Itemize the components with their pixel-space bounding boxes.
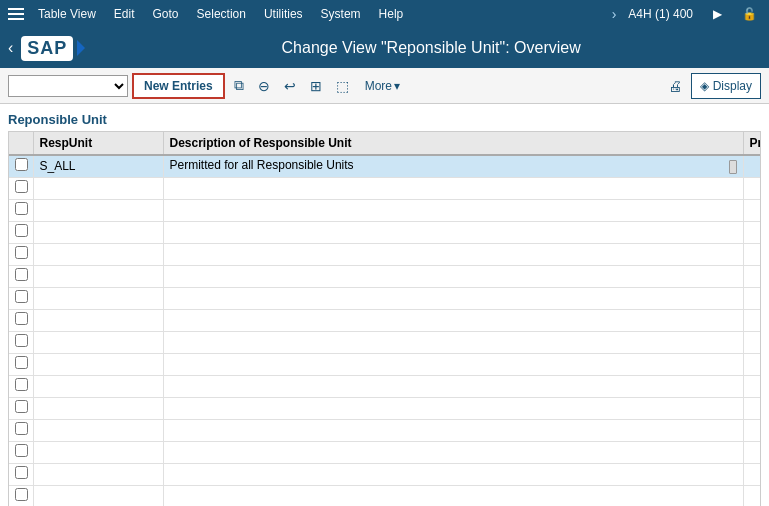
row-checkbox[interactable] [15,422,28,435]
row-checkbox[interactable] [15,466,28,479]
table-row[interactable] [9,221,761,243]
back-button[interactable]: ‹ [8,39,13,57]
table-row[interactable] [9,375,761,397]
row-checkbox[interactable] [15,158,28,171]
table-row[interactable] [9,397,761,419]
row-checkbox[interactable] [15,400,28,413]
row-respunit [33,419,163,441]
row-description [163,265,743,287]
system-id: A4H (1) 400 [620,5,701,23]
row-pro [743,177,761,199]
menu-help[interactable]: Help [371,5,412,23]
table-row[interactable] [9,331,761,353]
table-row[interactable] [9,199,761,221]
row-pro [743,397,761,419]
display-label: Display [713,79,752,93]
row-checkbox-cell [9,331,33,353]
row-checkbox-cell [9,485,33,506]
col-header-description: Description of Responsible Unit [163,132,743,155]
lock-icon[interactable]: 🔓 [734,5,765,23]
row-checkbox[interactable] [15,356,28,369]
row-pro [743,353,761,375]
table-row[interactable] [9,441,761,463]
menu-edit[interactable]: Edit [106,5,143,23]
display-icon: ◈ [700,79,709,93]
row-checkbox-cell [9,265,33,287]
menu-table-view[interactable]: Table View [30,5,104,23]
row-checkbox[interactable] [15,334,28,347]
row-respunit [33,375,163,397]
row-pro [743,485,761,506]
row-description [163,375,743,397]
record-btn[interactable]: ▶ [705,5,730,23]
table-row[interactable] [9,419,761,441]
table-row[interactable] [9,287,761,309]
row-description [163,485,743,506]
row-respunit [33,221,163,243]
display-button[interactable]: ◈ Display [691,73,761,99]
table-row[interactable] [9,309,761,331]
menu-utilities[interactable]: Utilities [256,5,311,23]
row-pro [743,419,761,441]
table-row[interactable] [9,177,761,199]
print-button[interactable]: 🖨 [663,73,687,99]
data-table: RespUnit Description of Responsible Unit… [9,132,761,506]
row-checkbox-cell [9,463,33,485]
table-container[interactable]: RespUnit Description of Responsible Unit… [8,131,761,506]
content-area: Reponsible Unit RespUnit Description of … [0,104,769,506]
row-checkbox[interactable] [15,180,28,193]
col-header-respunit: RespUnit [33,132,163,155]
table-row[interactable] [9,463,761,485]
row-checkbox[interactable] [15,444,28,457]
table-row[interactable]: S_ALLPermitted for all Responsible Units [9,155,761,177]
row-description [163,221,743,243]
sap-logo-box: SAP [21,36,73,61]
resize-handle[interactable] [729,160,737,174]
row-description: Permitted for all Responsible Units [163,155,743,177]
row-checkbox[interactable] [15,488,28,501]
undo-button[interactable]: ↩ [279,73,301,99]
row-checkbox[interactable] [15,246,28,259]
row-checkbox-cell [9,177,33,199]
menu-goto[interactable]: Goto [145,5,187,23]
copy-button[interactable]: ⧉ [229,73,249,99]
row-respunit [33,199,163,221]
toolbar-select[interactable] [8,75,128,97]
nav-arrow[interactable]: › [612,6,617,22]
row-checkbox[interactable] [15,268,28,281]
row-respunit [33,177,163,199]
table-row[interactable] [9,265,761,287]
menu-system[interactable]: System [313,5,369,23]
menu-selection[interactable]: Selection [189,5,254,23]
row-checkbox[interactable] [15,202,28,215]
row-pro [743,243,761,265]
col-header-checkbox [9,132,33,155]
copy-icon: ⧉ [234,77,244,94]
row-checkbox-cell [9,199,33,221]
row-checkbox[interactable] [15,224,28,237]
row-checkbox-cell [9,287,33,309]
row-description [163,397,743,419]
row-checkbox-cell [9,243,33,265]
hamburger-menu[interactable] [4,4,28,24]
row-checkbox[interactable] [15,378,28,391]
sap-logo: SAP [21,36,85,61]
table-row[interactable] [9,353,761,375]
row-pro [743,375,761,397]
table-row[interactable] [9,243,761,265]
new-entries-button[interactable]: New Entries [132,73,225,99]
row-checkbox[interactable] [15,312,28,325]
row-pro [743,441,761,463]
export-button[interactable]: ⬚ [331,73,354,99]
split-icon: ⊞ [310,78,322,94]
row-checkbox-cell [9,441,33,463]
split-button[interactable]: ⊞ [305,73,327,99]
row-checkbox-cell [9,397,33,419]
section-title: Reponsible Unit [8,112,761,127]
row-checkbox[interactable] [15,290,28,303]
more-button[interactable]: More ▾ [358,73,407,99]
export-icon: ⬚ [336,78,349,94]
row-description [163,463,743,485]
delete-button[interactable]: ⊖ [253,73,275,99]
table-row[interactable] [9,485,761,506]
